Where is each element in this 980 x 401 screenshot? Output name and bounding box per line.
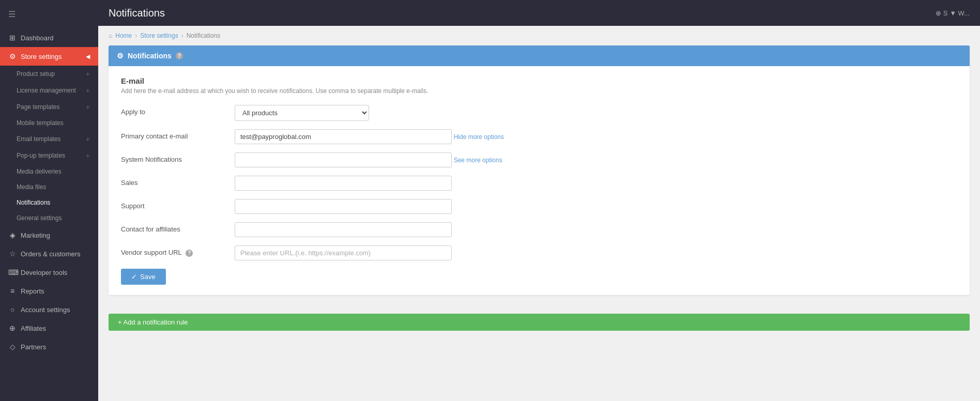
affiliates-icon: ⊕ [8,324,17,332]
sidebar-item-label: Account settings [21,306,70,314]
support-row: Support [121,199,957,214]
plus-icon: + [86,86,90,95]
sidebar-item-label: Partners [21,343,46,351]
card-body: E-mail Add here the e-mail address at wh… [109,66,970,295]
sales-input[interactable] [235,176,452,191]
breadcrumb-home[interactable]: Home [115,32,132,39]
help-icon[interactable]: ? [176,52,183,59]
sidebar-item-label: Store settings [21,53,62,60]
sidebar-item-account-settings[interactable]: ○ Account settings [0,300,98,319]
sidebar-item-label: Email templates [17,135,60,143]
support-input[interactable] [235,199,452,214]
chevron-icon: ◀ [86,53,90,60]
sidebar-item-pop-up-templates[interactable]: Pop-up templates + [0,147,98,164]
system-notifications-input[interactable] [235,152,452,167]
sidebar-item-label: Orders & customers [21,250,81,258]
plus-icon: + [86,151,90,160]
sidebar-item-developer-tools[interactable]: ⌨ Developer tools [0,263,98,282]
sales-row: Sales [121,176,957,191]
sidebar-item-label: Media deliveries [17,168,62,175]
system-notifications-label: System Notifications [121,156,182,163]
plus-icon: + [86,135,90,143]
hide-options-link[interactable]: Hide more options [454,133,504,141]
sidebar-item-label: General settings [17,214,62,222]
sidebar-item-mobile-templates[interactable]: Mobile templates [0,115,98,131]
sidebar-item-general-settings[interactable]: General settings [0,210,98,226]
sidebar-item-label: Marketing [21,232,50,239]
sidebar-item-affiliates[interactable]: ⊕ Affiliates [0,319,98,337]
form-section-desc: Add here the e-mail address at which you… [121,87,957,95]
sidebar-item-page-templates[interactable]: Page templates + [0,99,98,115]
primary-contact-input[interactable] [235,129,452,144]
sidebar-item-reports[interactable]: ≡ Reports [0,282,98,300]
vendor-support-help-icon[interactable]: ? [186,250,193,257]
sidebar-item-label: Page templates [17,103,59,111]
sales-label: Sales [121,179,138,187]
apply-to-select[interactable]: All products [235,105,369,121]
topbar: Notifications ⊕ S ▼ W... [98,0,980,26]
sidebar-item-partners[interactable]: ◇ Partners [0,337,98,356]
notifications-card: ⚙ Notifications ? E-mail Add here the e-… [109,45,970,295]
sidebar-item-marketing[interactable]: ◈ Marketing [0,226,98,244]
dashboard-icon: ⊞ [8,34,17,42]
marketing-icon: ◈ [8,231,17,239]
sidebar-item-label: Notifications [17,199,50,206]
account-icon: ○ [8,305,17,314]
sidebar-item-media-files[interactable]: Media files [0,179,98,195]
primary-contact-label: Primary contact e-mail [121,132,188,140]
developer-icon: ⌨ [8,268,17,276]
form-section-title: E-mail [121,76,957,85]
contact-affiliates-row: Contact for affiliates [121,222,957,237]
add-notification-rule-button[interactable]: + Add a notification rule [109,314,970,331]
support-label: Support [121,202,145,210]
home-icon: ⌂ [109,32,112,39]
sidebar-item-email-templates[interactable]: Email templates + [0,131,98,147]
sidebar-item-label: Developer tools [21,269,67,276]
store-settings-icon: ⚙ [8,52,17,60]
apply-to-row: Apply to All products [121,105,957,121]
reports-icon: ≡ [8,287,17,295]
sidebar-item-label: Pop-up templates [17,152,65,159]
vendor-support-input[interactable] [235,245,452,260]
apply-to-label: Apply to [121,108,145,116]
breadcrumb: ⌂ Home › Store settings › Notifications [98,26,980,45]
breadcrumb-sep: › [181,32,183,39]
sidebar-item-dashboard[interactable]: ⊞ Dashboard [0,28,98,47]
sidebar-item-label: Affiliates [21,325,46,332]
system-notifications-row: System Notifications See more options [121,152,957,167]
save-button[interactable]: ✓ Save [121,269,166,285]
breadcrumb-store-settings[interactable]: Store settings [140,32,178,39]
page-title: Notifications [109,7,165,19]
gear-icon: ⚙ [117,52,124,60]
card-header-title: Notifications [128,52,172,60]
sidebar-item-label: Media files [17,183,46,191]
vendor-support-label: Vendor support URL [121,249,182,256]
sidebar-item-label: Dashboard [21,34,54,42]
vendor-support-row: Vendor support URL ? [121,245,957,260]
sidebar-item-label: Mobile templates [17,119,64,127]
sidebar-item-media-deliveries[interactable]: Media deliveries [0,164,98,179]
orders-icon: ☆ [8,250,17,258]
see-more-options-link[interactable]: See more options [454,157,502,164]
main-content: Notifications ⊕ S ▼ W... ⌂ Home › Store … [98,0,980,401]
sidebar-item-label: Product setup [17,70,55,78]
breadcrumb-sep: › [135,32,137,39]
sidebar-item-notifications[interactable]: Notifications [0,195,98,210]
contact-affiliates-input[interactable] [235,222,452,237]
sidebar-item-label: License management [17,87,76,94]
breadcrumb-current: Notifications [187,32,220,39]
sidebar-item-license-management[interactable]: License management + [0,82,98,99]
hamburger-icon[interactable]: ☰ [0,0,98,28]
plus-icon: + [86,70,90,78]
sidebar: ☰ ⊞ Dashboard ⚙ Store settings ◀ Product… [0,0,98,401]
primary-contact-row: Primary contact e-mail Hide more options [121,129,957,144]
partners-icon: ◇ [8,343,17,351]
sidebar-item-orders-customers[interactable]: ☆ Orders & customers [0,244,98,263]
contact-affiliates-label: Contact for affiliates [121,225,180,233]
plus-icon: + [86,103,90,111]
card-header: ⚙ Notifications ? [109,45,970,66]
sidebar-item-store-settings[interactable]: ⚙ Store settings ◀ [0,47,98,66]
sidebar-item-product-setup[interactable]: Product setup + [0,66,98,82]
sidebar-item-label: Reports [21,287,44,295]
topbar-user: ⊕ S ▼ W... [936,9,970,17]
